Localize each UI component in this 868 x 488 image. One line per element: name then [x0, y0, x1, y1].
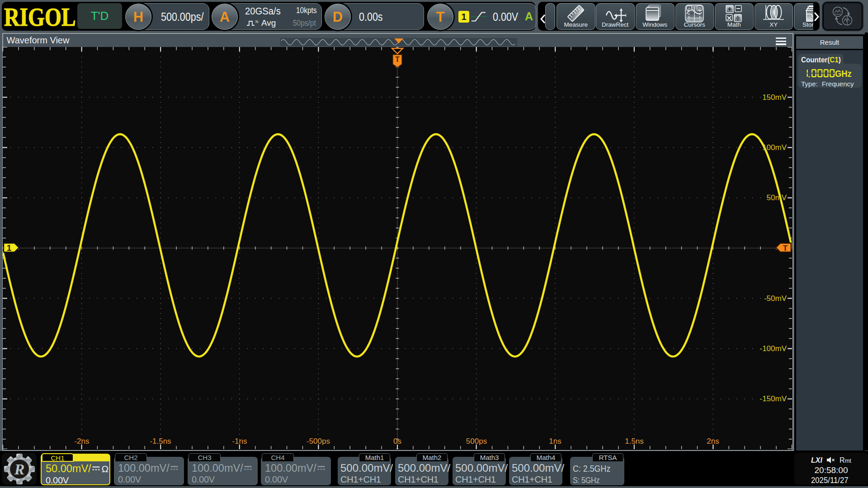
svg-text:1ns: 1ns [549, 437, 561, 446]
svg-text:-100mV: -100mV [760, 344, 787, 353]
svg-text:-150mV: -150mV [760, 394, 787, 403]
svg-text:0s: 0s [393, 437, 401, 446]
svg-text:-1.5ns: -1.5ns [150, 437, 171, 446]
svg-text:-2ns: -2ns [74, 437, 89, 446]
svg-text:-500ps: -500ps [307, 437, 330, 446]
svg-text:150mV: 150mV [762, 93, 787, 102]
svg-text:T: T [395, 56, 400, 63]
svg-text:50mV: 50mV [767, 193, 787, 202]
svg-text:500ps: 500ps [466, 437, 487, 446]
svg-text:B: B [698, 6, 701, 10]
svg-text:-50mV: -50mV [764, 294, 787, 303]
svg-text:1.5ns: 1.5ns [625, 437, 644, 446]
svg-text:A: A [688, 6, 691, 10]
svg-text:T: T [783, 244, 788, 253]
svg-text:1: 1 [7, 243, 12, 253]
svg-text:N: N [255, 19, 258, 24]
svg-text:100mV: 100mV [762, 143, 787, 152]
svg-text:-1ns: -1ns [232, 437, 247, 446]
svg-text:R: R [14, 461, 24, 478]
svg-text:2ns: 2ns [707, 437, 719, 446]
